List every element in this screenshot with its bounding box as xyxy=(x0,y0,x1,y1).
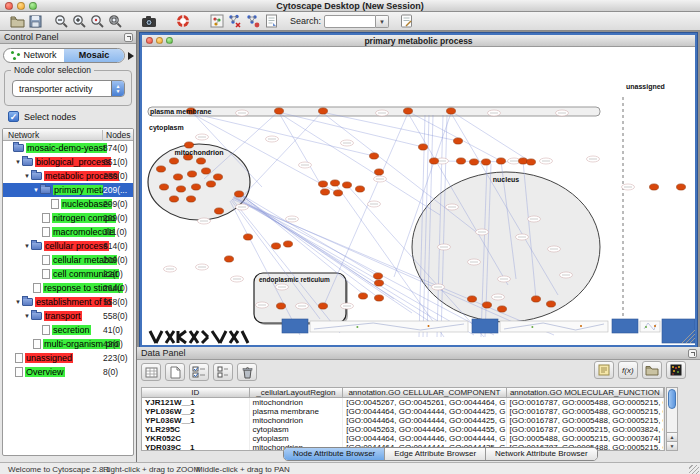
network-node[interactable] xyxy=(215,208,224,214)
attribute-matrix-icon[interactable] xyxy=(666,361,686,379)
network-node[interactable] xyxy=(454,138,463,144)
network-node[interactable] xyxy=(225,256,234,262)
network-node[interactable] xyxy=(532,296,541,302)
network-node[interactable] xyxy=(170,196,179,202)
network-tree-row[interactable]: response to stimulu264(0) xyxy=(3,281,133,295)
network-node[interactable] xyxy=(185,142,194,148)
apply-layout-icon[interactable] xyxy=(226,13,244,29)
network-node[interactable] xyxy=(157,166,166,172)
network-tree-row[interactable]: cell communicat22(0) xyxy=(3,267,133,281)
network-node[interactable] xyxy=(170,158,179,164)
network-node[interactable] xyxy=(375,169,384,175)
combo-stepper-icon[interactable]: ▲▼ xyxy=(111,81,124,96)
search-dropdown-icon[interactable]: ▼ xyxy=(376,15,389,28)
tab-network[interactable]: Network xyxy=(4,49,64,62)
table-column-header[interactable]: annotation.GO CELLULAR_COMPONENT xyxy=(343,388,506,397)
tree-expand-icon[interactable]: ▼ xyxy=(23,243,31,249)
network-tree-row[interactable]: unassigned223(0) xyxy=(3,351,133,365)
network-canvas[interactable]: plasma membranecytoplasmmitochondrionnuc… xyxy=(142,47,695,345)
network-node[interactable] xyxy=(277,303,286,309)
select-attributes-icon[interactable] xyxy=(189,363,209,381)
network-node[interactable] xyxy=(334,190,343,196)
network-tree-row[interactable]: Overview8(0) xyxy=(3,365,133,379)
tree-expand-icon[interactable]: ▼ xyxy=(32,187,40,193)
network-node[interactable] xyxy=(497,158,506,164)
delete-attribute-icon[interactable] xyxy=(237,363,257,381)
network-node[interactable] xyxy=(470,159,479,165)
network-tree-row[interactable]: secretion41(0) xyxy=(3,323,133,337)
tab-edge-attribute-browser[interactable]: Edge Attribute Browser xyxy=(385,448,486,460)
table-column-header[interactable]: ID xyxy=(142,388,250,397)
network-node[interactable] xyxy=(375,280,384,286)
network-tree-row[interactable]: nucleobase-209(0) xyxy=(3,197,133,211)
network-node[interactable] xyxy=(188,171,197,177)
network-node[interactable] xyxy=(207,181,216,187)
tab-mosaic[interactable]: Mosaic xyxy=(64,49,124,62)
select-nodes-checkbox[interactable]: ✓ xyxy=(8,111,19,122)
network-tree-row[interactable]: ▼biological_process651(0) xyxy=(3,155,133,169)
zoom-in-icon[interactable] xyxy=(70,13,88,29)
network-node[interactable] xyxy=(319,108,328,114)
network-tree-row[interactable]: ▼transport558(0) xyxy=(3,309,133,323)
open-session-icon[interactable] xyxy=(8,13,26,29)
function-builder-icon[interactable]: f(x) xyxy=(618,361,638,379)
tree-expand-icon[interactable]: ▼ xyxy=(14,299,22,305)
table-row[interactable]: YJR121W__1mitochondrion[GO:0045267, GO:0… xyxy=(142,398,664,407)
destroy-network-icon[interactable] xyxy=(244,13,262,29)
network-node[interactable] xyxy=(419,144,428,150)
network-node[interactable] xyxy=(214,174,223,180)
network-node[interactable] xyxy=(482,159,491,165)
network-tree-row[interactable]: cellular metabol209(0) xyxy=(3,253,133,267)
node-color-select[interactable]: transporter activity ▲▼ xyxy=(12,80,125,97)
network-tree-row[interactable]: mosaic-demo-yeast874(0) xyxy=(3,141,133,155)
table-scrollbar[interactable]: ▲ ▼ xyxy=(666,387,678,451)
notes-icon[interactable] xyxy=(594,361,614,379)
network-node[interactable] xyxy=(519,158,528,164)
network-node[interactable] xyxy=(197,158,206,164)
network-node[interactable] xyxy=(374,273,383,279)
minimize-window-button[interactable] xyxy=(17,2,25,10)
network-node[interactable] xyxy=(174,174,183,180)
network-node[interactable] xyxy=(272,243,281,249)
network-node[interactable] xyxy=(331,180,340,186)
network-node[interactable] xyxy=(547,301,556,307)
network-node[interactable] xyxy=(321,189,330,195)
network-node[interactable] xyxy=(457,158,466,164)
network-tree-row[interactable]: macromolecule311(0) xyxy=(3,225,133,239)
network-node[interactable] xyxy=(343,182,352,188)
float-data-panel-icon[interactable] xyxy=(688,349,697,358)
snapshot-camera-icon[interactable] xyxy=(140,13,158,29)
resize-grip[interactable] xyxy=(689,465,699,474)
network-node[interactable] xyxy=(498,306,507,312)
close-view-button[interactable] xyxy=(146,37,153,44)
tab-overflow-arrow-icon[interactable] xyxy=(128,52,134,60)
network-node[interactable] xyxy=(244,234,253,240)
network-node[interactable] xyxy=(468,296,477,302)
network-node[interactable] xyxy=(160,184,169,190)
network-node[interactable] xyxy=(650,184,659,190)
zoom-out-icon[interactable] xyxy=(52,13,70,29)
zoom-fit-icon[interactable] xyxy=(106,13,124,29)
table-column-header[interactable]: annotation.GO MOLECULAR_FUNCTION xyxy=(507,388,664,397)
network-node[interactable] xyxy=(235,191,244,197)
network-node[interactable] xyxy=(356,186,365,192)
minimize-view-button[interactable] xyxy=(156,37,163,44)
zoom-selected-icon[interactable] xyxy=(88,13,106,29)
network-node[interactable] xyxy=(177,186,186,192)
network-node[interactable] xyxy=(370,153,379,159)
network-tree-row[interactable]: multi-organism pro42(0) xyxy=(3,337,133,351)
table-column-header[interactable]: _cellularLayoutRegion xyxy=(250,388,344,397)
network-node[interactable] xyxy=(284,241,293,247)
network-node[interactable] xyxy=(404,108,413,114)
network-tree-row[interactable]: nitrogen compo209(0) xyxy=(3,211,133,225)
network-node[interactable] xyxy=(192,184,201,190)
network-node[interactable] xyxy=(430,158,439,164)
network-window-titlebar[interactable]: primary metabolic process xyxy=(142,35,695,47)
network-node[interactable] xyxy=(447,108,456,114)
network-node[interactable] xyxy=(359,293,368,299)
network-tree-row[interactable]: ▼primary metabol209(... xyxy=(3,183,133,197)
zoom-view-button[interactable] xyxy=(166,37,173,44)
network-tree-row[interactable]: ▼cellular process614(0) xyxy=(3,239,133,253)
scroll-up-icon[interactable]: ▲ xyxy=(667,432,677,441)
network-node[interactable] xyxy=(319,303,328,309)
